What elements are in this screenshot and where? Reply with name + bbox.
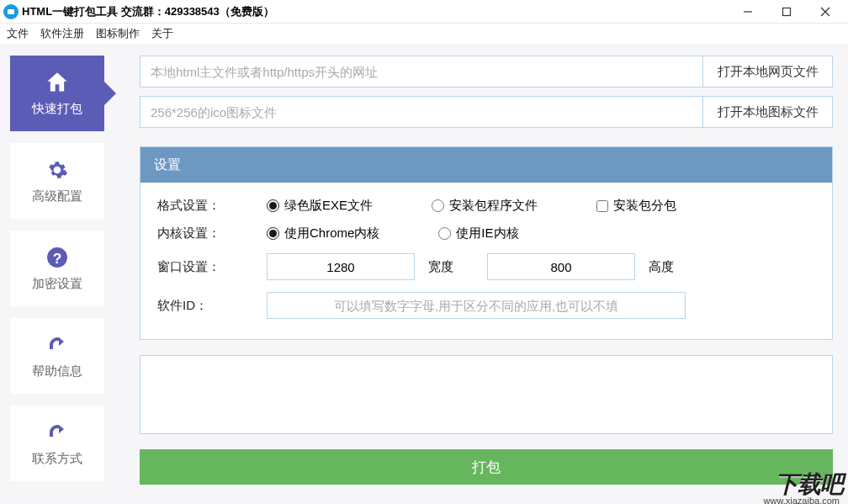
format-option-installer[interactable]: 安装包程序文件 xyxy=(432,198,538,214)
main: 快速打包 高级配置 ? 加密设置 帮助信息 联系方式 打开本地网页文件 打开本地… xyxy=(0,44,848,504)
sidebar-item-label: 高级配置 xyxy=(32,188,82,204)
window-label: 窗口设置： xyxy=(157,259,267,275)
log-output-box xyxy=(140,355,833,434)
window-row: 窗口设置： 宽度 高度 xyxy=(157,253,815,280)
svg-rect-2 xyxy=(783,8,791,15)
format-option-green[interactable]: 绿色版EXE文件 xyxy=(267,198,373,214)
sidebar-item-encrypt[interactable]: ? 加密设置 xyxy=(10,231,104,306)
ico-path-input[interactable] xyxy=(140,96,703,128)
radio-installer[interactable] xyxy=(432,199,444,212)
radio-green-exe[interactable] xyxy=(267,199,279,212)
app-icon xyxy=(3,4,19,19)
width-input[interactable] xyxy=(267,253,415,280)
sidebar-item-advanced[interactable]: 高级配置 xyxy=(10,143,104,219)
window-controls xyxy=(729,0,845,24)
settings-header: 设置 xyxy=(140,147,832,183)
ico-input-row: 打开本地图标文件 xyxy=(140,96,833,128)
share-icon xyxy=(45,333,69,357)
width-text: 宽度 xyxy=(428,259,453,275)
svg-rect-0 xyxy=(8,9,14,14)
format-row: 格式设置： 绿色版EXE文件 安装包程序文件 安装包分包 xyxy=(157,198,815,214)
html-path-input[interactable] xyxy=(140,56,703,88)
height-text: 高度 xyxy=(649,259,674,275)
id-row: 软件ID： xyxy=(157,292,815,319)
id-label: 软件ID： xyxy=(157,298,267,314)
settings-body: 格式设置： 绿色版EXE文件 安装包程序文件 安装包分包 内核设置： 使用Chr… xyxy=(140,183,832,339)
content: 打开本地网页文件 打开本地图标文件 设置 格式设置： 绿色版EXE文件 安装包程… xyxy=(114,44,848,504)
sidebar-item-quickpack[interactable]: 快速打包 xyxy=(10,56,104,131)
menu-register[interactable]: 软件注册 xyxy=(40,26,84,41)
html-input-row: 打开本地网页文件 xyxy=(140,56,833,88)
checkbox-split[interactable] xyxy=(596,200,608,212)
sidebar-item-help[interactable]: 帮助信息 xyxy=(10,318,104,394)
browse-html-button[interactable]: 打开本地网页文件 xyxy=(703,56,833,88)
home-icon xyxy=(45,71,69,94)
sidebar-item-label: 加密设置 xyxy=(32,276,82,292)
format-label: 格式设置： xyxy=(157,198,267,214)
sidebar-item-contact[interactable]: 联系方式 xyxy=(10,406,104,481)
maximize-button[interactable] xyxy=(767,0,806,24)
share-icon xyxy=(45,421,69,444)
window-title: HTML一键打包工具 交流群：429338543（免费版） xyxy=(22,4,274,19)
settings-panel: 设置 格式设置： 绿色版EXE文件 安装包程序文件 安装包分包 内核设置： 使用… xyxy=(140,146,833,340)
core-option-ie[interactable]: 使用IE内核 xyxy=(438,225,518,241)
radio-chrome[interactable] xyxy=(267,227,279,240)
sidebar-item-label: 联系方式 xyxy=(32,451,82,467)
format-option-split[interactable]: 安装包分包 xyxy=(596,198,676,214)
core-row: 内核设置： 使用Chrome内核 使用IE内核 xyxy=(157,225,815,241)
minimize-button[interactable] xyxy=(729,0,767,24)
sidebar-item-label: 快速打包 xyxy=(32,101,82,117)
sidebar-item-label: 帮助信息 xyxy=(32,363,82,379)
titlebar: HTML一键打包工具 交流群：429338543（免费版） xyxy=(0,0,848,24)
menu-about[interactable]: 关于 xyxy=(151,26,173,41)
menu-file[interactable]: 文件 xyxy=(7,26,29,41)
menubar: 文件 软件注册 图标制作 关于 xyxy=(0,24,848,44)
browse-ico-button[interactable]: 打开本地图标文件 xyxy=(703,96,833,128)
svg-text:?: ? xyxy=(53,249,62,266)
radio-ie[interactable] xyxy=(438,227,451,240)
core-option-chrome[interactable]: 使用Chrome内核 xyxy=(267,225,379,241)
software-id-input[interactable] xyxy=(267,292,686,319)
sidebar: 快速打包 高级配置 ? 加密设置 帮助信息 联系方式 xyxy=(0,44,114,504)
question-icon: ? xyxy=(45,246,69,269)
pack-button[interactable]: 打包 xyxy=(140,449,833,485)
menu-iconmake[interactable]: 图标制作 xyxy=(96,26,140,41)
core-label: 内核设置： xyxy=(157,225,267,241)
close-button[interactable] xyxy=(806,0,845,24)
gear-icon xyxy=(45,158,69,182)
height-input[interactable] xyxy=(487,253,635,280)
